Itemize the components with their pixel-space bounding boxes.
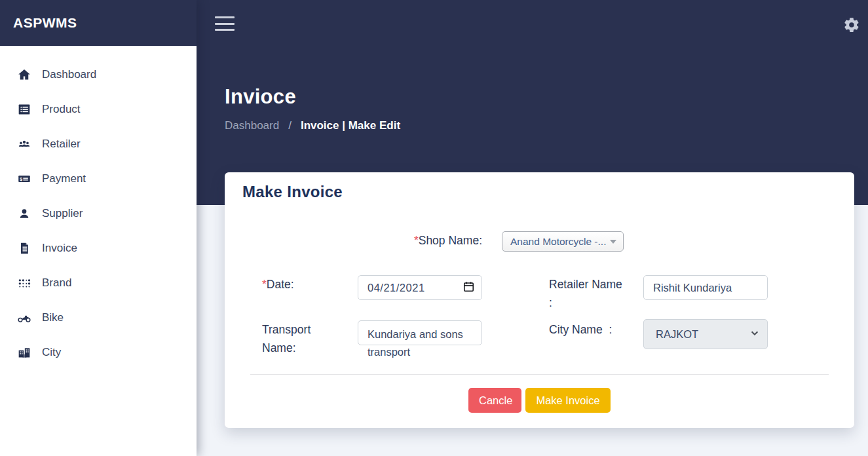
braille-icon — [17, 276, 31, 290]
shop-name-value: Anand Motorcycle -... — [510, 236, 606, 248]
list-icon — [17, 102, 31, 117]
transport-name-value: Kundariya and sons transport — [358, 321, 475, 361]
sidebar-item-bike[interactable]: Bike — [0, 300, 197, 335]
svg-text:$: $ — [20, 176, 22, 181]
transport-name-label: Transport Name: — [262, 320, 335, 357]
users-icon — [17, 137, 31, 151]
sidebar-nav: Dashboard Product Retailer $ Payment Sup… — [0, 46, 197, 370]
shop-name-select[interactable]: Anand Motorcycle -... — [502, 231, 624, 252]
city-name-label: City Name : — [549, 320, 634, 339]
cancel-button[interactable]: Cancle — [468, 388, 521, 413]
home-icon — [17, 67, 31, 82]
page-header: Invioce Dashboard / Invoice | Make Edit — [225, 85, 400, 132]
calendar-icon[interactable] — [462, 280, 475, 295]
make-invoice-button[interactable]: Make Invoice — [525, 388, 611, 413]
sidebar-item-payment[interactable]: $ Payment — [0, 161, 197, 196]
city-name-select[interactable]: RAJKOT — [643, 319, 768, 349]
date-input[interactable]: 04/21/2021 — [358, 275, 482, 300]
sidebar-item-dashboard[interactable]: Dashboard — [0, 57, 197, 92]
city-icon — [17, 345, 31, 360]
retailer-name-label: Retailer Name : — [549, 275, 626, 312]
breadcrumb: Dashboard / Invoice | Make Edit — [225, 119, 400, 132]
form-divider — [250, 374, 829, 375]
make-invoice-card: Make Invoice *Shop Name: Anand Motorcycl… — [225, 172, 854, 428]
gear-icon[interactable] — [843, 16, 860, 33]
user-icon — [17, 206, 31, 221]
sidebar-item-supplier[interactable]: Supplier — [0, 196, 197, 231]
sidebar-item-brand[interactable]: Brand — [0, 265, 197, 300]
sidebar-item-city[interactable]: City — [0, 335, 197, 370]
retailer-name-value: Rishit Kundariya — [653, 282, 732, 294]
retailer-name-input[interactable]: Rishit Kundariya — [643, 275, 768, 300]
motorcycle-icon — [17, 311, 31, 325]
caret-down-icon — [610, 240, 616, 244]
sidebar-item-retailer[interactable]: Retailer — [0, 126, 197, 161]
transport-name-input[interactable]: Kundariya and sons transport — [358, 320, 482, 345]
breadcrumb-dashboard-link[interactable]: Dashboard — [225, 119, 279, 132]
app-logo: ASPWMS — [13, 15, 77, 31]
shop-name-label: *Shop Name: — [387, 231, 482, 250]
money-check-icon: $ — [17, 172, 31, 186]
file-invoice-icon — [17, 241, 31, 256]
date-label: *Date: — [262, 275, 341, 294]
hamburger-menu-icon[interactable] — [215, 16, 235, 31]
card-title: Make Invoice — [242, 183, 343, 201]
breadcrumb-separator: / — [288, 119, 292, 132]
date-value: 04/21/2021 — [368, 282, 462, 294]
chevron-down-icon — [750, 328, 759, 340]
city-name-value: RAJKOT — [656, 328, 750, 341]
page-title: Invioce — [225, 85, 400, 109]
sidebar-header: ASPWMS — [0, 0, 197, 46]
sidebar-item-invoice[interactable]: Invoice — [0, 231, 197, 265]
sidebar-item-product[interactable]: Product — [0, 92, 197, 126]
breadcrumb-current: Invoice | Make Edit — [301, 119, 400, 132]
sidebar: ASPWMS Dashboard Product Retailer $ Paym — [0, 0, 197, 456]
